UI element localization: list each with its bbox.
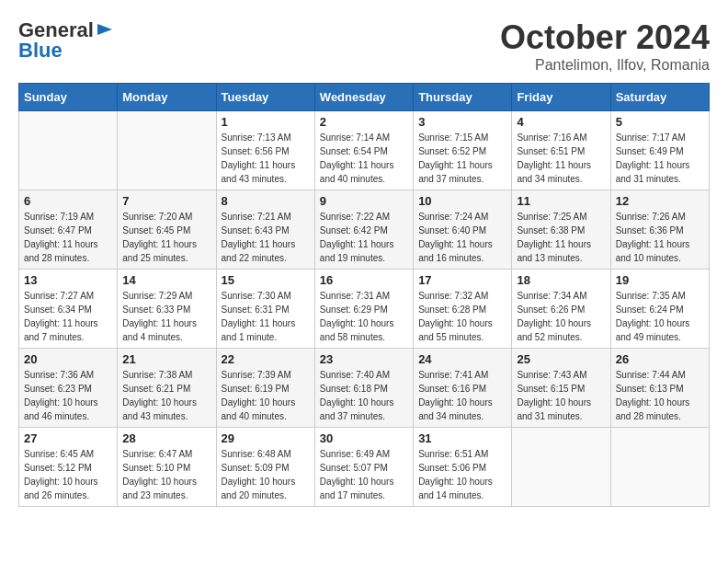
day-info: Sunrise: 7:32 AMSunset: 6:28 PMDaylight:… bbox=[418, 289, 506, 344]
day-number: 15 bbox=[222, 273, 310, 287]
calendar-day-cell: 5Sunrise: 7:17 AMSunset: 6:49 PMDaylight… bbox=[610, 111, 709, 190]
day-info: Sunrise: 7:43 AMSunset: 6:15 PMDaylight:… bbox=[517, 368, 605, 423]
day-number: 31 bbox=[418, 431, 506, 445]
day-info: Sunrise: 7:13 AMSunset: 6:56 PMDaylight:… bbox=[222, 131, 310, 186]
day-number: 22 bbox=[222, 352, 310, 366]
page-header: General Blue October 2024 Pantelimon, Il… bbox=[18, 18, 710, 74]
calendar-week-row: 1Sunrise: 7:13 AMSunset: 6:56 PMDaylight… bbox=[19, 111, 710, 190]
calendar-day-cell: 31Sunrise: 6:51 AMSunset: 5:06 PMDayligh… bbox=[414, 428, 512, 507]
calendar-day-cell: 26Sunrise: 7:44 AMSunset: 6:13 PMDayligh… bbox=[610, 349, 709, 428]
day-number: 19 bbox=[616, 273, 704, 287]
day-of-week-header: Thursday bbox=[414, 84, 512, 111]
calendar-day-cell: 10Sunrise: 7:24 AMSunset: 6:40 PMDayligh… bbox=[414, 190, 512, 270]
calendar-day-cell bbox=[19, 111, 118, 190]
day-info: Sunrise: 7:15 AMSunset: 6:52 PMDaylight:… bbox=[418, 131, 506, 186]
calendar-day-cell: 28Sunrise: 6:47 AMSunset: 5:10 PMDayligh… bbox=[118, 428, 216, 507]
calendar-day-cell: 20Sunrise: 7:36 AMSunset: 6:23 PMDayligh… bbox=[19, 349, 118, 428]
calendar-day-cell: 15Sunrise: 7:30 AMSunset: 6:31 PMDayligh… bbox=[216, 270, 314, 349]
day-number: 12 bbox=[616, 194, 704, 208]
day-number: 16 bbox=[320, 273, 408, 287]
day-of-week-header: Wednesday bbox=[314, 84, 413, 111]
day-number: 29 bbox=[222, 431, 310, 445]
day-info: Sunrise: 7:38 AMSunset: 6:21 PMDaylight:… bbox=[122, 368, 210, 423]
calendar-day-cell: 22Sunrise: 7:39 AMSunset: 6:19 PMDayligh… bbox=[216, 349, 314, 428]
calendar-day-cell bbox=[118, 111, 216, 190]
day-number: 9 bbox=[320, 194, 408, 208]
day-number: 3 bbox=[418, 115, 506, 129]
day-number: 10 bbox=[418, 194, 506, 208]
day-number: 6 bbox=[24, 194, 112, 208]
day-number: 21 bbox=[122, 352, 210, 366]
location-text: Pantelimon, Ilfov, Romania bbox=[500, 57, 710, 74]
day-info: Sunrise: 7:40 AMSunset: 6:18 PMDaylight:… bbox=[320, 368, 408, 423]
day-info: Sunrise: 7:20 AMSunset: 6:45 PMDaylight:… bbox=[122, 210, 210, 265]
calendar-day-cell: 18Sunrise: 7:34 AMSunset: 6:26 PMDayligh… bbox=[512, 270, 610, 349]
day-of-week-header: Tuesday bbox=[216, 84, 314, 111]
calendar-day-cell: 27Sunrise: 6:45 AMSunset: 5:12 PMDayligh… bbox=[19, 428, 118, 507]
calendar-day-cell: 7Sunrise: 7:20 AMSunset: 6:45 PMDaylight… bbox=[118, 190, 216, 270]
day-of-week-header: Monday bbox=[118, 84, 216, 111]
calendar-day-cell: 24Sunrise: 7:41 AMSunset: 6:16 PMDayligh… bbox=[414, 349, 512, 428]
calendar-day-cell: 23Sunrise: 7:40 AMSunset: 6:18 PMDayligh… bbox=[314, 349, 413, 428]
day-info: Sunrise: 7:39 AMSunset: 6:19 PMDaylight:… bbox=[222, 368, 310, 423]
day-info: Sunrise: 7:30 AMSunset: 6:31 PMDaylight:… bbox=[222, 289, 310, 344]
day-info: Sunrise: 6:48 AMSunset: 5:09 PMDaylight:… bbox=[222, 447, 310, 502]
month-title: October 2024 bbox=[500, 18, 710, 57]
calendar-day-cell: 25Sunrise: 7:43 AMSunset: 6:15 PMDayligh… bbox=[512, 349, 610, 428]
day-info: Sunrise: 7:35 AMSunset: 6:24 PMDaylight:… bbox=[616, 289, 704, 344]
logo-blue-text: Blue bbox=[18, 39, 114, 63]
day-info: Sunrise: 7:16 AMSunset: 6:51 PMDaylight:… bbox=[517, 131, 605, 186]
calendar-week-row: 13Sunrise: 7:27 AMSunset: 6:34 PMDayligh… bbox=[19, 270, 710, 349]
logo: General Blue bbox=[18, 18, 114, 63]
day-info: Sunrise: 7:31 AMSunset: 6:29 PMDaylight:… bbox=[320, 289, 408, 344]
day-number: 28 bbox=[122, 431, 210, 445]
calendar-day-cell: 14Sunrise: 7:29 AMSunset: 6:33 PMDayligh… bbox=[118, 270, 216, 349]
day-number: 23 bbox=[320, 352, 408, 366]
day-info: Sunrise: 7:29 AMSunset: 6:33 PMDaylight:… bbox=[122, 289, 210, 344]
day-number: 7 bbox=[122, 194, 210, 208]
day-info: Sunrise: 7:26 AMSunset: 6:36 PMDaylight:… bbox=[616, 210, 704, 265]
calendar-day-cell: 11Sunrise: 7:25 AMSunset: 6:38 PMDayligh… bbox=[512, 190, 610, 270]
day-number: 30 bbox=[320, 431, 408, 445]
calendar-week-row: 6Sunrise: 7:19 AMSunset: 6:47 PMDaylight… bbox=[19, 190, 710, 270]
calendar-table: SundayMondayTuesdayWednesdayThursdayFrid… bbox=[18, 83, 710, 507]
day-number: 25 bbox=[517, 352, 605, 366]
calendar-day-cell: 29Sunrise: 6:48 AMSunset: 5:09 PMDayligh… bbox=[216, 428, 314, 507]
logo-arrow-icon bbox=[96, 20, 114, 39]
calendar-day-cell: 19Sunrise: 7:35 AMSunset: 6:24 PMDayligh… bbox=[610, 270, 709, 349]
svg-marker-0 bbox=[97, 24, 112, 35]
day-info: Sunrise: 7:34 AMSunset: 6:26 PMDaylight:… bbox=[517, 289, 605, 344]
calendar-day-cell: 12Sunrise: 7:26 AMSunset: 6:36 PMDayligh… bbox=[610, 190, 709, 270]
day-info: Sunrise: 6:45 AMSunset: 5:12 PMDaylight:… bbox=[24, 447, 112, 502]
calendar-header-row: SundayMondayTuesdayWednesdayThursdayFrid… bbox=[19, 84, 710, 111]
day-number: 24 bbox=[418, 352, 506, 366]
day-number: 4 bbox=[517, 115, 605, 129]
day-of-week-header: Friday bbox=[512, 84, 610, 111]
title-block: October 2024 Pantelimon, Ilfov, Romania bbox=[500, 18, 710, 74]
day-info: Sunrise: 7:14 AMSunset: 6:54 PMDaylight:… bbox=[320, 131, 408, 186]
calendar-day-cell: 9Sunrise: 7:22 AMSunset: 6:42 PMDaylight… bbox=[314, 190, 413, 270]
day-number: 8 bbox=[222, 194, 310, 208]
day-info: Sunrise: 7:25 AMSunset: 6:38 PMDaylight:… bbox=[517, 210, 605, 265]
day-number: 14 bbox=[122, 273, 210, 287]
day-info: Sunrise: 7:22 AMSunset: 6:42 PMDaylight:… bbox=[320, 210, 408, 265]
day-info: Sunrise: 7:19 AMSunset: 6:47 PMDaylight:… bbox=[24, 210, 112, 265]
calendar-day-cell: 1Sunrise: 7:13 AMSunset: 6:56 PMDaylight… bbox=[216, 111, 314, 190]
calendar-day-cell: 2Sunrise: 7:14 AMSunset: 6:54 PMDaylight… bbox=[314, 111, 413, 190]
day-of-week-header: Saturday bbox=[610, 84, 709, 111]
day-info: Sunrise: 7:27 AMSunset: 6:34 PMDaylight:… bbox=[24, 289, 112, 344]
calendar-day-cell bbox=[512, 428, 610, 507]
day-info: Sunrise: 7:36 AMSunset: 6:23 PMDaylight:… bbox=[24, 368, 112, 423]
calendar-day-cell: 4Sunrise: 7:16 AMSunset: 6:51 PMDaylight… bbox=[512, 111, 610, 190]
calendar-day-cell: 3Sunrise: 7:15 AMSunset: 6:52 PMDaylight… bbox=[414, 111, 512, 190]
day-of-week-header: Sunday bbox=[19, 84, 118, 111]
day-info: Sunrise: 6:47 AMSunset: 5:10 PMDaylight:… bbox=[122, 447, 210, 502]
day-number: 5 bbox=[616, 115, 704, 129]
day-number: 2 bbox=[320, 115, 408, 129]
day-number: 26 bbox=[616, 352, 704, 366]
calendar-week-row: 27Sunrise: 6:45 AMSunset: 5:12 PMDayligh… bbox=[19, 428, 710, 507]
calendar-day-cell: 8Sunrise: 7:21 AMSunset: 6:43 PMDaylight… bbox=[216, 190, 314, 270]
day-info: Sunrise: 6:49 AMSunset: 5:07 PMDaylight:… bbox=[320, 447, 408, 502]
calendar-day-cell: 17Sunrise: 7:32 AMSunset: 6:28 PMDayligh… bbox=[414, 270, 512, 349]
calendar-day-cell: 6Sunrise: 7:19 AMSunset: 6:47 PMDaylight… bbox=[19, 190, 118, 270]
